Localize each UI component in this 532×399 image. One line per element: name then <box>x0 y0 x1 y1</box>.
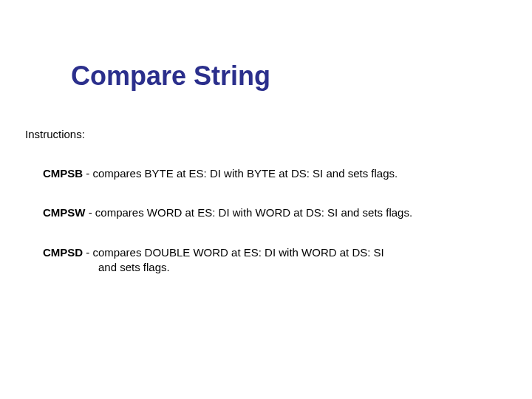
instruction-mnemonic: CMPSB <box>43 167 83 180</box>
instruction-sep: - <box>83 246 92 259</box>
instruction-item: CMPSW - compares WORD at ES: DI with WOR… <box>43 205 412 220</box>
instruction-desc-line2: and sets flags. <box>98 260 170 275</box>
instruction-item: CMPSD - compares DOUBLE WORD at ES: DI w… <box>43 245 384 260</box>
instruction-sep: - <box>83 167 92 180</box>
instruction-desc: compares WORD at ES: DI with WORD at DS:… <box>95 206 412 219</box>
instruction-desc: compares DOUBLE WORD at ES: DI with WORD… <box>93 246 384 259</box>
slide: Compare String Instructions: CMPSB - com… <box>0 0 532 399</box>
instruction-desc: compares BYTE at ES: DI with BYTE at DS:… <box>93 167 398 180</box>
section-label: Instructions: <box>25 128 85 140</box>
instruction-item: CMPSB - compares BYTE at ES: DI with BYT… <box>43 166 398 181</box>
slide-title: Compare String <box>71 61 270 92</box>
instruction-sep: - <box>86 206 95 219</box>
instruction-mnemonic: CMPSD <box>43 246 83 259</box>
instruction-mnemonic: CMPSW <box>43 206 86 219</box>
